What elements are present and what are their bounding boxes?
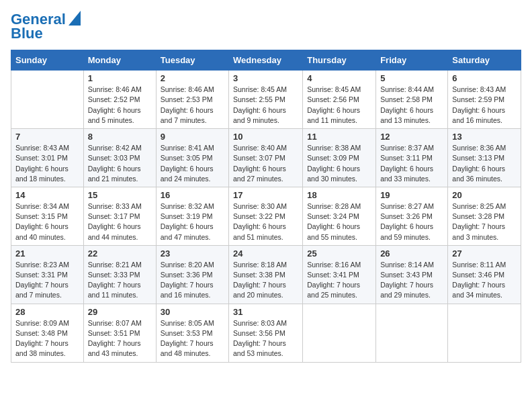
- day-info: Sunrise: 8:25 AM Sunset: 3:28 PM Dayligh…: [452, 201, 517, 242]
- weekday-header-tuesday: Tuesday: [156, 50, 228, 71]
- calendar-cell: [303, 304, 376, 362]
- day-info: Sunrise: 8:28 AM Sunset: 3:24 PM Dayligh…: [307, 201, 371, 242]
- day-info: Sunrise: 8:32 AM Sunset: 3:19 PM Dayligh…: [161, 201, 224, 242]
- calendar-cell: 25Sunrise: 8:16 AM Sunset: 3:41 PM Dayli…: [303, 245, 376, 304]
- day-number: 22: [88, 248, 152, 259]
- calendar-cell: 12Sunrise: 8:37 AM Sunset: 3:11 PM Dayli…: [376, 129, 448, 187]
- calendar-cell: 11Sunrise: 8:38 AM Sunset: 3:09 PM Dayli…: [303, 129, 376, 187]
- logo: General Blue: [11, 11, 81, 42]
- day-info: Sunrise: 8:09 AM Sunset: 3:48 PM Dayligh…: [15, 318, 79, 359]
- day-info: Sunrise: 8:46 AM Sunset: 2:52 PM Dayligh…: [88, 85, 152, 126]
- day-info: Sunrise: 8:36 AM Sunset: 3:13 PM Dayligh…: [452, 143, 517, 184]
- calendar-cell: 19Sunrise: 8:27 AM Sunset: 3:26 PM Dayli…: [376, 187, 448, 245]
- day-number: 7: [15, 132, 79, 142]
- day-number: 6: [452, 73, 517, 83]
- weekday-header-thursday: Thursday: [303, 50, 376, 71]
- day-number: 19: [380, 190, 443, 200]
- day-number: 26: [380, 248, 443, 259]
- day-info: Sunrise: 8:11 AM Sunset: 3:46 PM Dayligh…: [452, 260, 517, 301]
- calendar-cell: 13Sunrise: 8:36 AM Sunset: 3:13 PM Dayli…: [448, 129, 521, 187]
- day-info: Sunrise: 8:20 AM Sunset: 3:36 PM Dayligh…: [161, 260, 224, 301]
- day-number: 13: [452, 132, 517, 142]
- calendar-week-row: 7Sunrise: 8:43 AM Sunset: 3:01 PM Daylig…: [11, 129, 521, 187]
- calendar-cell: 2Sunrise: 8:46 AM Sunset: 2:53 PM Daylig…: [156, 71, 228, 129]
- day-number: 23: [161, 248, 224, 259]
- day-number: 25: [307, 248, 371, 259]
- calendar-week-row: 1Sunrise: 8:46 AM Sunset: 2:52 PM Daylig…: [11, 71, 521, 129]
- day-number: 10: [233, 132, 298, 142]
- calendar-cell: 31Sunrise: 8:03 AM Sunset: 3:56 PM Dayli…: [229, 304, 303, 362]
- day-number: 9: [161, 132, 224, 142]
- logo-triangle-icon: [69, 11, 81, 26]
- day-number: 18: [307, 190, 371, 200]
- day-info: Sunrise: 8:38 AM Sunset: 3:09 PM Dayligh…: [307, 143, 371, 184]
- day-info: Sunrise: 8:40 AM Sunset: 3:07 PM Dayligh…: [233, 143, 298, 184]
- calendar-cell: 15Sunrise: 8:33 AM Sunset: 3:17 PM Dayli…: [83, 187, 156, 245]
- calendar-cell: 28Sunrise: 8:09 AM Sunset: 3:48 PM Dayli…: [11, 304, 84, 362]
- day-info: Sunrise: 8:41 AM Sunset: 3:05 PM Dayligh…: [161, 143, 224, 184]
- day-number: 15: [88, 190, 152, 200]
- calendar-cell: 7Sunrise: 8:43 AM Sunset: 3:01 PM Daylig…: [11, 129, 84, 187]
- calendar-cell: 14Sunrise: 8:34 AM Sunset: 3:15 PM Dayli…: [11, 187, 84, 245]
- calendar-cell: 17Sunrise: 8:30 AM Sunset: 3:22 PM Dayli…: [229, 187, 303, 245]
- day-info: Sunrise: 8:44 AM Sunset: 2:58 PM Dayligh…: [380, 85, 443, 126]
- calendar-cell: 18Sunrise: 8:28 AM Sunset: 3:24 PM Dayli…: [303, 187, 376, 245]
- calendar-cell: 27Sunrise: 8:11 AM Sunset: 3:46 PM Dayli…: [448, 245, 521, 304]
- calendar-cell: [376, 304, 448, 362]
- weekday-header-monday: Monday: [83, 50, 156, 71]
- day-number: 5: [380, 73, 443, 83]
- calendar-cell: 21Sunrise: 8:23 AM Sunset: 3:31 PM Dayli…: [11, 245, 84, 304]
- calendar-cell: 30Sunrise: 8:05 AM Sunset: 3:53 PM Dayli…: [156, 304, 228, 362]
- day-number: 12: [380, 132, 443, 142]
- calendar-cell: 9Sunrise: 8:41 AM Sunset: 3:05 PM Daylig…: [156, 129, 228, 187]
- day-number: 3: [233, 73, 298, 83]
- day-info: Sunrise: 8:34 AM Sunset: 3:15 PM Dayligh…: [15, 201, 79, 242]
- day-info: Sunrise: 8:42 AM Sunset: 3:03 PM Dayligh…: [88, 143, 152, 184]
- calendar-cell: 20Sunrise: 8:25 AM Sunset: 3:28 PM Dayli…: [448, 187, 521, 245]
- day-info: Sunrise: 8:43 AM Sunset: 2:59 PM Dayligh…: [452, 85, 517, 126]
- day-info: Sunrise: 8:37 AM Sunset: 3:11 PM Dayligh…: [380, 143, 443, 184]
- calendar-week-row: 21Sunrise: 8:23 AM Sunset: 3:31 PM Dayli…: [11, 245, 521, 304]
- calendar-week-row: 14Sunrise: 8:34 AM Sunset: 3:15 PM Dayli…: [11, 187, 521, 245]
- calendar-cell: 22Sunrise: 8:21 AM Sunset: 3:33 PM Dayli…: [83, 245, 156, 304]
- page-header: General Blue: [11, 11, 521, 42]
- calendar-cell: [448, 304, 521, 362]
- day-info: Sunrise: 8:46 AM Sunset: 2:53 PM Dayligh…: [161, 85, 224, 126]
- day-number: 8: [88, 132, 152, 142]
- day-number: 29: [88, 307, 152, 317]
- day-number: 14: [15, 190, 79, 200]
- day-number: 21: [15, 248, 79, 259]
- day-number: 31: [233, 307, 298, 317]
- day-number: 4: [307, 73, 371, 83]
- day-info: Sunrise: 8:14 AM Sunset: 3:43 PM Dayligh…: [380, 260, 443, 301]
- day-number: 28: [15, 307, 79, 317]
- day-number: 2: [161, 73, 224, 83]
- calendar-cell: 26Sunrise: 8:14 AM Sunset: 3:43 PM Dayli…: [376, 245, 448, 304]
- calendar-cell: 4Sunrise: 8:45 AM Sunset: 2:56 PM Daylig…: [303, 71, 376, 129]
- day-info: Sunrise: 8:21 AM Sunset: 3:33 PM Dayligh…: [88, 260, 152, 301]
- day-number: 27: [452, 248, 517, 259]
- day-info: Sunrise: 8:30 AM Sunset: 3:22 PM Dayligh…: [233, 201, 298, 242]
- calendar-cell: 3Sunrise: 8:45 AM Sunset: 2:55 PM Daylig…: [229, 71, 303, 129]
- calendar-header-row: SundayMondayTuesdayWednesdayThursdayFrid…: [11, 50, 521, 71]
- weekday-header-sunday: Sunday: [11, 50, 84, 71]
- logo-text-blue: Blue: [11, 26, 43, 42]
- weekday-header-wednesday: Wednesday: [229, 50, 303, 71]
- svg-marker-0: [69, 11, 81, 26]
- day-info: Sunrise: 8:33 AM Sunset: 3:17 PM Dayligh…: [88, 201, 152, 242]
- calendar-cell: 10Sunrise: 8:40 AM Sunset: 3:07 PM Dayli…: [229, 129, 303, 187]
- calendar-cell: 23Sunrise: 8:20 AM Sunset: 3:36 PM Dayli…: [156, 245, 228, 304]
- day-number: 16: [161, 190, 224, 200]
- weekday-header-saturday: Saturday: [448, 50, 521, 71]
- calendar-week-row: 28Sunrise: 8:09 AM Sunset: 3:48 PM Dayli…: [11, 304, 521, 362]
- day-info: Sunrise: 8:43 AM Sunset: 3:01 PM Dayligh…: [15, 143, 79, 184]
- day-info: Sunrise: 8:45 AM Sunset: 2:56 PM Dayligh…: [307, 85, 371, 126]
- day-number: 24: [233, 248, 298, 259]
- calendar-cell: 1Sunrise: 8:46 AM Sunset: 2:52 PM Daylig…: [83, 71, 156, 129]
- day-number: 20: [452, 190, 517, 200]
- day-number: 1: [88, 73, 152, 83]
- weekday-header-friday: Friday: [376, 50, 448, 71]
- calendar-cell: 29Sunrise: 8:07 AM Sunset: 3:51 PM Dayli…: [83, 304, 156, 362]
- calendar-cell: 16Sunrise: 8:32 AM Sunset: 3:19 PM Dayli…: [156, 187, 228, 245]
- calendar-cell: 6Sunrise: 8:43 AM Sunset: 2:59 PM Daylig…: [448, 71, 521, 129]
